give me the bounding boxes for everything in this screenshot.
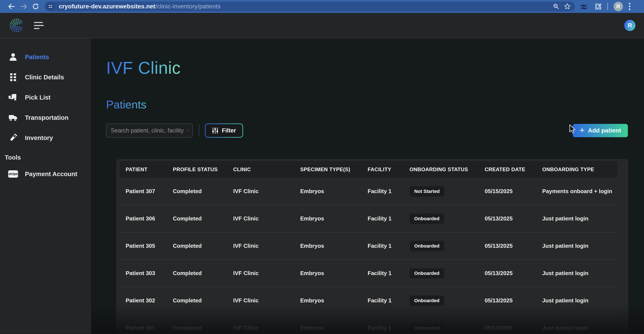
onboarding-status-badge: Onboarded bbox=[410, 214, 444, 224]
table-cell: IVF Clinic bbox=[233, 215, 300, 222]
table-row[interactable]: Patient 302CompletedIVF ClinicEmbryosFac… bbox=[120, 287, 617, 314]
extensions-puzzle-icon[interactable] bbox=[594, 2, 602, 11]
table-cell: Payments onboard + login bbox=[542, 188, 613, 195]
table-cell: Onboarded bbox=[410, 268, 485, 278]
table-cell: Embryos bbox=[300, 188, 368, 195]
table-cell: Onboarded bbox=[410, 241, 485, 251]
sidebar-item-pick-list[interactable]: Pick List bbox=[0, 87, 91, 107]
sidebar-item-payment-account[interactable]: stripe Payment Account bbox=[0, 165, 91, 183]
table-cell: Facility 1 bbox=[368, 297, 410, 304]
column-header: FACILITY bbox=[368, 166, 410, 173]
table-cell: 05/13/2025 bbox=[485, 270, 542, 277]
table-cell: Patient 301 bbox=[126, 325, 173, 331]
add-patient-label: Add patient bbox=[588, 127, 621, 134]
table-cell: Not Started bbox=[410, 186, 485, 197]
table-cell: Facility 1 bbox=[368, 215, 410, 222]
toolbar-divider bbox=[607, 3, 608, 10]
browser-forward-button[interactable] bbox=[18, 2, 30, 11]
table-cell: Just patient login bbox=[542, 325, 613, 331]
stripe-icon: stripe bbox=[8, 169, 18, 179]
table-cell: Completed bbox=[173, 215, 233, 222]
table-row[interactable]: Patient 306CompletedIVF ClinicEmbryosFac… bbox=[120, 205, 617, 233]
table-row[interactable]: Patient 301CompletedIVF ClinicEmbryosFac… bbox=[120, 314, 617, 333]
bookmark-star-icon[interactable] bbox=[562, 3, 573, 10]
column-header: PATIENT bbox=[126, 166, 173, 173]
table-cell: 05/13/2025 bbox=[485, 325, 542, 331]
column-header: ONBOARDING TYPE bbox=[542, 166, 613, 173]
sidebar-item-clinic-details[interactable]: Clinic Details bbox=[0, 67, 91, 87]
filter-button-label: Filter bbox=[222, 127, 236, 134]
table-cell: Just patient login bbox=[542, 243, 613, 249]
table-cell: Completed bbox=[173, 325, 233, 331]
table-cell: Facility 1 bbox=[368, 243, 410, 249]
sidebar-item-label: Clinic Details bbox=[25, 74, 64, 81]
table-cell: IVF Clinic bbox=[233, 270, 300, 277]
table-cell: Embryos bbox=[300, 270, 368, 277]
sidebar-item-label: Pick List bbox=[25, 94, 50, 101]
column-header: PROFILE STATUS bbox=[173, 166, 233, 173]
sidebar-item-label: Transportation bbox=[25, 114, 68, 121]
test-tube-icon bbox=[8, 133, 18, 143]
table-cell: Just patient login bbox=[542, 270, 613, 277]
controls-divider bbox=[199, 125, 199, 136]
section-heading: Patients bbox=[106, 98, 146, 111]
zoom-out-icon[interactable] bbox=[550, 3, 562, 10]
browser-reload-button[interactable] bbox=[30, 2, 42, 11]
table-controls: Filter + Add patient bbox=[106, 123, 644, 138]
patients-table-card: PATIENTPROFILE STATUSCLINICSPECIMEN TYPE… bbox=[116, 159, 628, 333]
table-cell: 05/13/2025 bbox=[485, 215, 542, 222]
sidebar: Patients Clinic Details Pick List Transp… bbox=[0, 38, 91, 333]
sidebar-item-patients[interactable]: Patients bbox=[0, 47, 91, 67]
sidebar-item-label: Payment Account bbox=[25, 171, 77, 178]
menu-toggle-icon[interactable] bbox=[34, 22, 44, 29]
extension-flag-icon[interactable] bbox=[580, 3, 588, 10]
table-cell: Facility 1 bbox=[368, 325, 410, 331]
sidebar-item-inventory[interactable]: Inventory bbox=[0, 128, 91, 148]
search-box[interactable] bbox=[106, 123, 193, 138]
table-cell: IVF Clinic bbox=[233, 325, 300, 331]
onboarding-status-badge: Not Started bbox=[410, 186, 444, 197]
table-cell: Just patient login bbox=[542, 297, 613, 304]
onboarding-status-badge: Onboarded bbox=[410, 295, 444, 306]
browser-menu-kebab-icon[interactable] bbox=[628, 2, 631, 11]
table-cell: IVF Clinic bbox=[233, 297, 300, 304]
browser-back-button[interactable] bbox=[6, 2, 18, 11]
sidebar-item-label: Patients bbox=[25, 54, 49, 61]
table-cell: Embryos bbox=[300, 243, 368, 249]
add-patient-button[interactable]: + Add patient bbox=[573, 124, 628, 137]
table-body: Patient 307CompletedIVF ClinicEmbryosFac… bbox=[120, 178, 617, 333]
table-cell: Patient 306 bbox=[126, 215, 173, 222]
table-cell: Onboarded bbox=[410, 323, 485, 333]
app-logo-icon[interactable] bbox=[8, 18, 24, 33]
table-cell: 05/15/2025 bbox=[485, 188, 542, 195]
table-row[interactable]: Patient 303CompletedIVF ClinicEmbryosFac… bbox=[120, 260, 617, 287]
table-cell: Facility 1 bbox=[368, 188, 410, 195]
browser-toolbar: cryofuture-dev.azurewebsites.net/clinic-… bbox=[0, 0, 644, 13]
app-header: R bbox=[0, 13, 644, 38]
table-header-row: PATIENTPROFILE STATUSCLINICSPECIMEN TYPE… bbox=[120, 161, 617, 178]
sidebar-section-tools: Tools bbox=[0, 148, 91, 165]
url-domain: cryofuture-dev.azurewebsites.net bbox=[59, 3, 155, 10]
browser-profile-avatar[interactable]: R bbox=[614, 2, 623, 11]
table-cell: Completed bbox=[173, 297, 233, 304]
filter-button[interactable]: Filter bbox=[205, 123, 243, 138]
column-header: CREATED DATE bbox=[485, 166, 542, 173]
grid-icon bbox=[8, 72, 18, 82]
table-cell: Just patient login bbox=[542, 215, 613, 222]
table-row[interactable]: Patient 305CompletedIVF ClinicEmbryosFac… bbox=[120, 233, 617, 260]
user-avatar[interactable]: R bbox=[624, 20, 636, 31]
main-content: IVF Clinic Patients Filter + Add patient… bbox=[91, 38, 644, 333]
search-input[interactable] bbox=[111, 127, 187, 134]
address-bar[interactable]: cryofuture-dev.azurewebsites.net/clinic-… bbox=[45, 2, 575, 12]
column-header: CLINIC bbox=[233, 166, 300, 173]
sliders-icon bbox=[212, 127, 218, 134]
table-row[interactable]: Patient 307CompletedIVF ClinicEmbryosFac… bbox=[120, 178, 617, 205]
person-icon bbox=[8, 52, 18, 62]
site-settings-icon[interactable] bbox=[46, 2, 54, 11]
onboarding-status-badge: Onboarded bbox=[410, 241, 444, 251]
sidebar-item-transportation[interactable]: Transportation bbox=[0, 107, 91, 128]
onboarding-status-badge: Onboarded bbox=[410, 268, 444, 278]
url-path: /clinic-inventory/patients bbox=[155, 3, 220, 10]
table-cell: 05/13/2025 bbox=[485, 297, 542, 304]
page-title: IVF Clinic bbox=[106, 58, 180, 78]
